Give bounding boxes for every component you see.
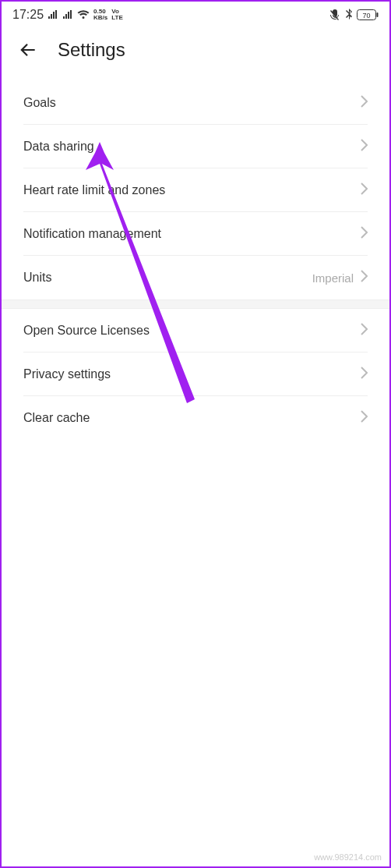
chevron-right-icon bbox=[360, 323, 368, 338]
volte-label: Vo LTE bbox=[111, 9, 123, 21]
list-item-label: Units bbox=[23, 271, 51, 285]
chevron-right-icon bbox=[360, 182, 368, 198]
header: Settings bbox=[2, 25, 389, 81]
list-item-label: Goals bbox=[23, 96, 56, 110]
settings-item-data-sharing[interactable]: Data sharing bbox=[23, 125, 368, 168]
mute-icon bbox=[329, 9, 341, 21]
svg-rect-1 bbox=[377, 12, 379, 17]
chevron-right-icon bbox=[360, 139, 368, 154]
page-title: Settings bbox=[58, 39, 125, 61]
chevron-right-icon bbox=[360, 95, 368, 111]
back-button[interactable] bbox=[17, 39, 39, 61]
chevron-right-icon bbox=[360, 226, 368, 242]
bluetooth-icon bbox=[345, 9, 353, 21]
list-item-label: Open Source Licenses bbox=[23, 324, 150, 338]
list-item-label: Privacy settings bbox=[23, 367, 111, 381]
battery-pct-text: 70 bbox=[362, 12, 370, 19]
chevron-right-icon bbox=[360, 270, 368, 285]
status-left: 17:25 0.50 KB/s Vo LTE bbox=[12, 8, 123, 22]
signal-icon-2 bbox=[62, 10, 73, 19]
settings-item-open-source[interactable]: Open Source Licenses bbox=[23, 309, 368, 353]
settings-item-goals[interactable]: Goals bbox=[23, 81, 368, 125]
settings-item-clear-cache[interactable]: Clear cache bbox=[23, 396, 368, 440]
battery-icon: 70 bbox=[357, 9, 379, 20]
list-item-label: Heart rate limit and zones bbox=[23, 183, 165, 197]
settings-item-units[interactable]: Units Imperial bbox=[23, 256, 368, 299]
wifi-icon bbox=[77, 10, 90, 19]
watermark: www.989214.com bbox=[314, 852, 382, 862]
status-right: 70 bbox=[329, 9, 379, 21]
signal-icon-1 bbox=[48, 10, 58, 19]
chevron-right-icon bbox=[360, 410, 368, 426]
chevron-right-icon bbox=[360, 367, 368, 382]
data-speed-label: 0.50 KB/s bbox=[93, 9, 107, 21]
list-item-value: Imperial bbox=[312, 271, 354, 285]
list-item-label: Clear cache bbox=[23, 411, 90, 425]
status-time: 17:25 bbox=[12, 8, 44, 22]
settings-item-notification[interactable]: Notification management bbox=[23, 212, 368, 256]
settings-group-1: Goals Data sharing Heart rate limit and … bbox=[2, 81, 389, 440]
settings-item-privacy[interactable]: Privacy settings bbox=[23, 353, 368, 396]
arrow-left-icon bbox=[18, 40, 38, 60]
section-divider bbox=[2, 299, 389, 309]
status-bar: 17:25 0.50 KB/s Vo LTE 70 bbox=[2, 2, 389, 25]
list-item-label: Data sharing bbox=[23, 140, 94, 154]
settings-item-heart-rate[interactable]: Heart rate limit and zones bbox=[23, 168, 368, 212]
list-item-label: Notification management bbox=[23, 227, 161, 241]
